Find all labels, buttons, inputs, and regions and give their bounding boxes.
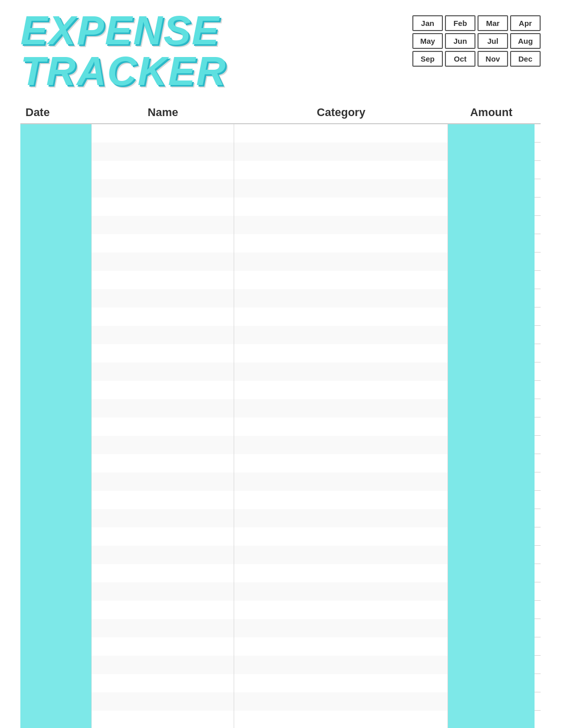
cell-date[interactable] [20, 381, 92, 399]
cell-category[interactable] [234, 381, 448, 399]
cell-name[interactable] [92, 601, 234, 619]
cell-amount[interactable] [448, 454, 535, 472]
cell-amount[interactable] [448, 711, 535, 728]
cell-date[interactable] [20, 344, 92, 362]
cell-date[interactable] [20, 417, 92, 436]
month-btn-may[interactable]: May [412, 33, 443, 49]
cell-date[interactable] [20, 582, 92, 601]
cell-date[interactable] [20, 637, 92, 656]
cell-date[interactable] [20, 271, 92, 289]
cell-date[interactable] [20, 124, 92, 143]
cell-category[interactable] [234, 601, 448, 619]
cell-date[interactable] [20, 692, 92, 711]
cell-name[interactable] [92, 491, 234, 509]
cell-name[interactable] [92, 417, 234, 436]
cell-name[interactable] [92, 656, 234, 674]
cell-name[interactable] [92, 381, 234, 399]
cell-name[interactable] [92, 198, 234, 216]
cell-category[interactable] [234, 527, 448, 546]
cell-category[interactable] [234, 161, 448, 179]
cell-category[interactable] [234, 362, 448, 381]
cell-name[interactable] [92, 564, 234, 582]
cell-category[interactable] [234, 143, 448, 161]
cell-amount[interactable] [448, 472, 535, 491]
cell-name[interactable] [92, 619, 234, 637]
cell-category[interactable] [234, 546, 448, 564]
cell-date[interactable] [20, 253, 92, 271]
cell-category[interactable] [234, 674, 448, 692]
cell-date[interactable] [20, 674, 92, 692]
cell-amount[interactable] [448, 381, 535, 399]
cell-category[interactable] [234, 198, 448, 216]
cell-name[interactable] [92, 674, 234, 692]
cell-amount[interactable] [448, 161, 535, 179]
cell-category[interactable] [234, 179, 448, 198]
cell-amount[interactable] [448, 564, 535, 582]
cell-date[interactable] [20, 198, 92, 216]
cell-category[interactable] [234, 344, 448, 362]
cell-category[interactable] [234, 619, 448, 637]
cell-amount[interactable] [448, 234, 535, 253]
cell-category[interactable] [234, 289, 448, 307]
cell-name[interactable] [92, 344, 234, 362]
cell-name[interactable] [92, 582, 234, 601]
cell-category[interactable] [234, 326, 448, 344]
cell-date[interactable] [20, 454, 92, 472]
month-btn-mar[interactable]: Mar [478, 15, 508, 31]
cell-date[interactable] [20, 307, 92, 326]
cell-amount[interactable] [448, 436, 535, 454]
cell-name[interactable] [92, 124, 234, 143]
cell-date[interactable] [20, 601, 92, 619]
cell-amount[interactable] [448, 307, 535, 326]
cell-name[interactable] [92, 271, 234, 289]
cell-name[interactable] [92, 307, 234, 326]
month-btn-oct[interactable]: Oct [445, 51, 475, 67]
cell-name[interactable] [92, 454, 234, 472]
cell-amount[interactable] [448, 253, 535, 271]
cell-name[interactable] [92, 362, 234, 381]
cell-amount[interactable] [448, 491, 535, 509]
cell-date[interactable] [20, 619, 92, 637]
month-btn-jan[interactable]: Jan [412, 15, 443, 31]
cell-date[interactable] [20, 289, 92, 307]
cell-name[interactable] [92, 637, 234, 656]
cell-category[interactable] [234, 656, 448, 674]
cell-amount[interactable] [448, 344, 535, 362]
cell-amount[interactable] [448, 637, 535, 656]
cell-amount[interactable] [448, 692, 535, 711]
cell-date[interactable] [20, 399, 92, 417]
cell-date[interactable] [20, 436, 92, 454]
cell-amount[interactable] [448, 326, 535, 344]
cell-amount[interactable] [448, 362, 535, 381]
month-btn-aug[interactable]: Aug [510, 33, 541, 49]
cell-name[interactable] [92, 711, 234, 728]
cell-name[interactable] [92, 289, 234, 307]
cell-amount[interactable] [448, 198, 535, 216]
cell-date[interactable] [20, 564, 92, 582]
month-btn-feb[interactable]: Feb [445, 15, 475, 31]
cell-category[interactable] [234, 582, 448, 601]
cell-category[interactable] [234, 399, 448, 417]
cell-category[interactable] [234, 234, 448, 253]
cell-category[interactable] [234, 454, 448, 472]
cell-date[interactable] [20, 509, 92, 527]
cell-category[interactable] [234, 124, 448, 143]
cell-date[interactable] [20, 326, 92, 344]
cell-category[interactable] [234, 436, 448, 454]
cell-amount[interactable] [448, 179, 535, 198]
cell-category[interactable] [234, 692, 448, 711]
cell-amount[interactable] [448, 124, 535, 143]
cell-category[interactable] [234, 509, 448, 527]
cell-date[interactable] [20, 234, 92, 253]
cell-name[interactable] [92, 234, 234, 253]
cell-amount[interactable] [448, 656, 535, 674]
cell-amount[interactable] [448, 399, 535, 417]
cell-name[interactable] [92, 143, 234, 161]
cell-date[interactable] [20, 491, 92, 509]
cell-amount[interactable] [448, 216, 535, 234]
month-btn-dec[interactable]: Dec [510, 51, 541, 67]
cell-date[interactable] [20, 472, 92, 491]
cell-category[interactable] [234, 491, 448, 509]
cell-amount[interactable] [448, 546, 535, 564]
cell-category[interactable] [234, 472, 448, 491]
